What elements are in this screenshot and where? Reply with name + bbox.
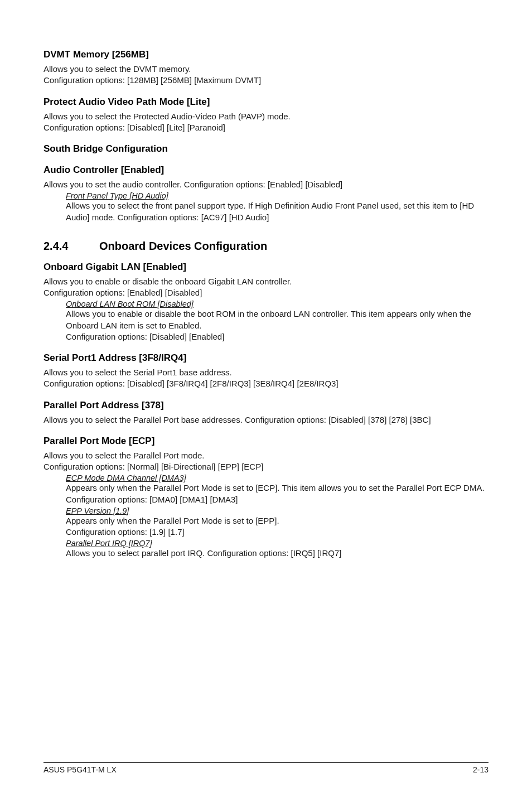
ecp-dma-option: ECP Mode DMA Channel [DMA3] [66,474,489,482]
ecp-dma-desc: Appears only when the Parallel Port Mode… [66,482,489,505]
lan-heading: Onboard Gigabit LAN [Enabled] [43,262,489,273]
dvmt-heading: DVMT Memory [256MB] [43,49,489,60]
audio-heading: Audio Controller [Enabled] [43,165,489,176]
lan-boot-rom-desc-2: Configuration options: [Disabled] [Enabl… [66,331,489,342]
serial-heading: Serial Port1 Address [3F8/IRQ4] [43,352,489,364]
epp-version-desc-1: Appears only when the Parallel Port Mode… [66,515,489,526]
lan-text-2: Configuration options: [Enabled] [Disabl… [43,287,489,298]
section-title: Onboard Devices Configuration [99,240,267,253]
parallel-irq-desc: Allows you to select parallel port IRQ. … [66,548,489,559]
footer-product: ASUS P5G41T-M LX [43,765,117,774]
pavp-text-1: Allows you to select the Protected Audio… [43,111,489,122]
lan-boot-rom-option: Onboard LAN Boot ROM [Disabled] [66,299,489,308]
parallel-addr-heading: Parallel Port Address [378] [43,400,489,411]
dvmt-text-1: Allows you to select the DVMT memory. [43,64,489,75]
epp-version-desc-2: Configuration options: [1.9] [1.7] [66,526,489,538]
dvmt-text-2: Configuration options: [128MB] [256MB] [… [43,75,489,86]
parallel-mode-text-1: Allows you to select the Parallel Port m… [43,450,489,461]
lan-text-1: Allows you to enable or disable the onbo… [43,276,489,287]
pavp-text-2: Configuration options: [Disabled] [Lite]… [43,122,489,133]
parallel-addr-text: Allows you to select the Parallel Port b… [43,414,489,426]
audio-text-1: Allows you to set the audio controller. … [43,179,489,190]
pavp-heading: Protect Audio Video Path Mode [Lite] [43,96,489,108]
epp-version-option: EPP Version [1.9] [66,506,489,515]
footer-page-number: 2-13 [473,765,489,774]
parallel-mode-heading: Parallel Port Mode [ECP] [43,436,489,447]
serial-text-2: Configuration options: [Disabled] [3F8/I… [43,378,489,389]
front-panel-type-option: Front Panel Type [HD Audio] [66,191,489,200]
page-footer: ASUS P5G41T-M LX 2-13 [43,762,489,774]
front-panel-type-desc: Allows you to select the front panel sup… [66,200,489,223]
section-header: 2.4.4 Onboard Devices Configuration [43,240,489,253]
lan-boot-rom-desc-1: Allows you to enable or disable the boot… [66,308,489,331]
parallel-irq-option: Parallel Port IRQ [IRQ7] [66,539,489,548]
serial-text-1: Allows you to select the Serial Port1 ba… [43,367,489,378]
parallel-mode-text-2: Configuration options: [Normal] [Bi-Dire… [43,461,489,472]
south-bridge-heading: South Bridge Configuration [43,143,489,154]
section-number: 2.4.4 [43,240,99,253]
